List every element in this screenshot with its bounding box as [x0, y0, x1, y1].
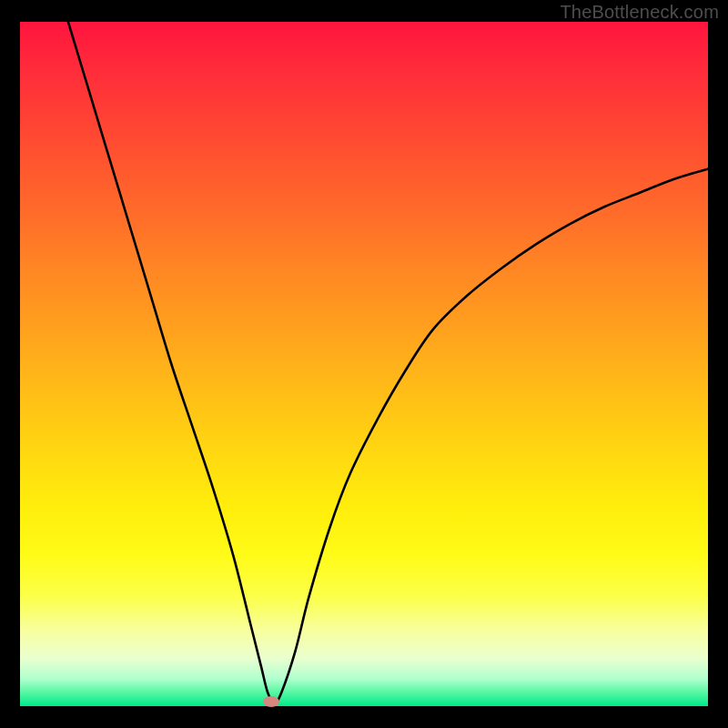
plot-area	[20, 22, 708, 706]
chart-frame: TheBottleneck.com	[0, 0, 728, 728]
bottleneck-curve	[68, 22, 708, 703]
minimum-marker	[263, 696, 279, 707]
watermark-text: TheBottleneck.com	[560, 2, 719, 23]
curve-svg	[20, 22, 708, 706]
